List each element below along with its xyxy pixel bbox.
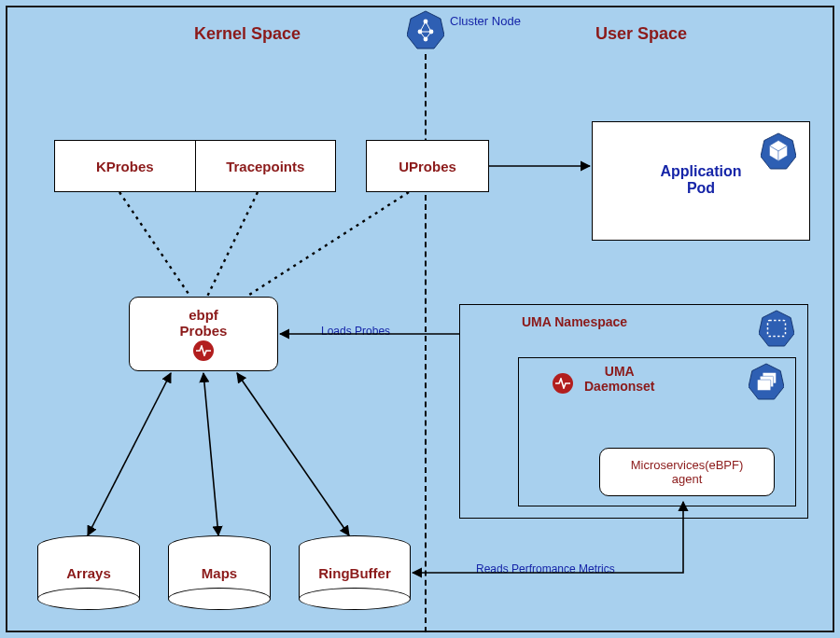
ringbuffer-label: RingBuffer xyxy=(318,565,391,581)
daemonset-icon xyxy=(749,362,784,405)
svg-line-24 xyxy=(88,373,171,535)
svg-line-22 xyxy=(246,192,409,297)
kprobes-box: KProbes xyxy=(55,141,196,191)
ebpf-line1: ebpf xyxy=(189,307,218,323)
reads-metrics-label: Reads Perfromance Metrics xyxy=(476,562,615,576)
pulse-icon-ds xyxy=(553,373,573,394)
diagram-canvas: Kernel Space User Space Cluster Node xyxy=(6,6,834,632)
svg-marker-14 xyxy=(759,311,794,346)
svg-marker-0 xyxy=(407,11,444,49)
maps-label: Maps xyxy=(202,565,237,581)
svg-rect-19 xyxy=(758,380,771,390)
microservices-agent-box: Microservices(eBPF) agent xyxy=(599,448,775,496)
loads-probes-label: Loads Probes xyxy=(321,325,390,338)
svg-line-25 xyxy=(203,373,218,535)
ms-agent-line2: agent xyxy=(672,472,703,486)
arrays-cylinder: Arrays xyxy=(37,535,140,610)
arrays-label: Arrays xyxy=(66,565,111,581)
uma-daemonset-label: UMA Daemonset xyxy=(584,364,654,394)
uprobes-box: UProbes xyxy=(366,140,489,192)
kernel-probes-row: KProbes Tracepoints xyxy=(54,140,336,192)
maps-cylinder: Maps xyxy=(168,535,271,610)
uma-namespace-box: UMA Namespace UMA Daemonset xyxy=(459,304,808,519)
uma-daemonset-box: UMA Daemonset Microservices(eBPF) xyxy=(518,357,796,506)
kernel-space-title: Kernel Space xyxy=(194,24,301,44)
svg-line-21 xyxy=(207,192,258,297)
ms-agent-line1: Microservices(eBPF) xyxy=(631,458,744,472)
ringbuffer-cylinder: RingBuffer xyxy=(299,535,411,610)
cluster-node-icon xyxy=(407,9,444,47)
uma-namespace-label: UMA Namespace xyxy=(522,314,627,329)
user-space-title: User Space xyxy=(595,24,687,44)
application-pod-box: Application Pod xyxy=(592,121,810,241)
ebpf-probes-box: ebpf Probes xyxy=(129,297,278,371)
application-pod-label: Application Pod xyxy=(660,163,741,197)
ebpf-line2: Probes xyxy=(180,323,228,339)
cluster-node-label: Cluster Node xyxy=(450,15,521,28)
cube-icon xyxy=(761,132,796,173)
svg-line-20 xyxy=(119,192,190,297)
svg-line-26 xyxy=(237,373,349,535)
namespace-icon xyxy=(759,309,794,352)
tracepoints-box: Tracepoints xyxy=(196,141,336,191)
pulse-icon xyxy=(193,340,214,361)
